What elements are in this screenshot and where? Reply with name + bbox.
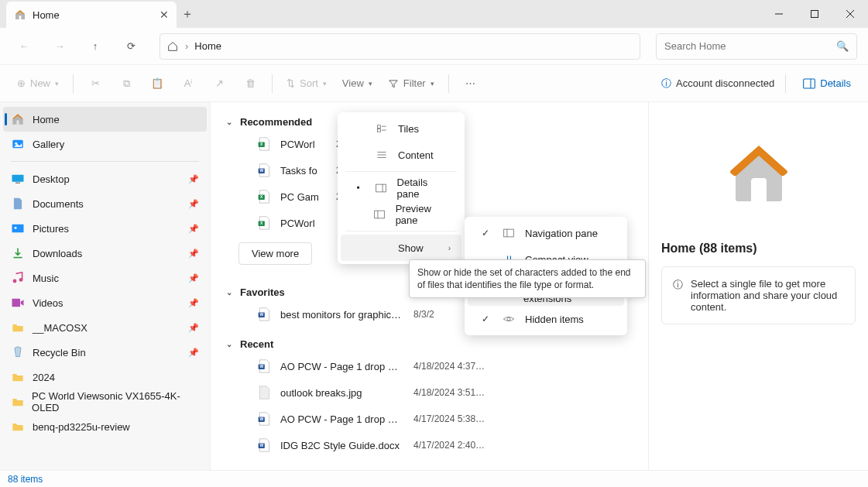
search-box[interactable]: 🔍 [656, 33, 857, 60]
sidebar-item-label: Downloads [33, 248, 82, 259]
paste-button[interactable]: 📋 [143, 70, 171, 97]
navigation-pane-icon [502, 228, 516, 238]
up-button[interactable]: ↑ [82, 33, 108, 60]
minimize-button[interactable] [761, 0, 797, 28]
home-icon [14, 9, 26, 21]
menu-label: Details pane [397, 177, 451, 200]
pictures-icon [11, 221, 25, 235]
info-icon: ⓘ [673, 278, 683, 313]
file-row[interactable]: WAO PCW - Page 1 drop Sel…4/17/2024 5:38… [211, 406, 648, 432]
menu-label: Preview pane [396, 203, 451, 226]
navbar: ← → ↑ ⟳ › Home 🔍 [0, 28, 868, 65]
tab-close-button[interactable]: ✕ [160, 9, 169, 21]
section-header[interactable]: ⌄ Recent [211, 335, 648, 353]
forward-button[interactable]: → [46, 33, 73, 60]
sidebar-item-label: Music [33, 273, 59, 284]
sidebar-item-gallery[interactable]: Gallery [3, 132, 207, 156]
section-title: Recommended [240, 116, 312, 128]
sidebar-divider [11, 161, 199, 162]
sidebar-item-home[interactable]: Home [3, 107, 207, 132]
sidebar-item[interactable]: __MACOSX📌 [3, 315, 207, 340]
file-name: best monitors for graphics… [280, 309, 404, 321]
cut-button[interactable]: ✂ [81, 70, 109, 97]
file-row[interactable]: outlook breaks.jpg4/18/2024 3:51… [211, 379, 648, 406]
view-more-button[interactable]: View more [238, 242, 312, 265]
details-toggle[interactable]: Details [797, 70, 857, 97]
svg-rect-1 [811, 11, 818, 18]
sidebar-item-label: Desktop [33, 173, 70, 185]
sidebar-item[interactable]: Recycle Bin📌 [3, 340, 207, 365]
music-icon [11, 271, 25, 285]
sidebar-item[interactable]: Videos📌 [3, 290, 207, 315]
svg-point-11 [15, 227, 17, 229]
back-button[interactable]: ← [11, 33, 37, 60]
sidebar-item[interactable]: Desktop📌 [3, 166, 207, 191]
toolbar: ⊕New▾ ✂ ⧉ 📋 Aⁱ ↗ 🗑 ⇅Sort▾ View▾ Filter▾ … [0, 65, 868, 102]
new-button[interactable]: ⊕New▾ [11, 70, 65, 97]
copy-button[interactable]: ⧉ [112, 70, 140, 97]
file-name: outlook breaks.jpg [280, 387, 404, 399]
menu-item-tiles[interactable]: Tiles [341, 115, 461, 142]
filter-button[interactable]: Filter▾ [382, 70, 441, 97]
file-type-icon: X [257, 216, 271, 230]
new-tab-button[interactable]: ＋ [177, 6, 198, 22]
menu-item-show[interactable]: Show › [341, 235, 461, 261]
pin-icon: 📌 [188, 348, 199, 358]
svg-rect-32 [377, 125, 380, 129]
menu-item-hidden-items[interactable]: ✓ Hidden items [468, 306, 624, 332]
svg-rect-8 [12, 175, 24, 182]
sidebar-item-label: __MACOSX [33, 322, 87, 334]
search-input[interactable] [664, 40, 836, 52]
account-status[interactable]: ⓘ Account disconnected [661, 77, 774, 91]
sidebar-item[interactable]: Documents📌 [3, 191, 207, 216]
divider [272, 74, 273, 93]
file-type-icon [257, 386, 271, 400]
delete-button[interactable]: 🗑 [236, 70, 264, 97]
sidebar-item[interactable]: benq-pd3225u-review [3, 414, 207, 439]
pin-icon: 📌 [188, 298, 199, 308]
menu-item-preview-pane[interactable]: Preview pane [341, 201, 461, 228]
address-bar[interactable]: › Home [160, 33, 640, 60]
menu-item-content[interactable]: Content [341, 142, 461, 168]
svg-text:W: W [259, 417, 263, 421]
tooltip-text: Show or hide the set of characters added… [417, 267, 631, 290]
file-name: AO PCW - Page 1 drop Sel… [280, 413, 404, 425]
file-date: 4/18/2024 3:51… [413, 387, 499, 398]
details-pane: Home (88 items) ⓘ Select a single file t… [648, 102, 868, 470]
sidebar-item-label: 2024 [33, 372, 55, 383]
refresh-button[interactable]: ⟳ [118, 33, 144, 60]
file-row[interactable]: WAO PCW - Page 1 drop Sel…4/18/2024 4:37… [211, 353, 648, 379]
menu-item-navigation-pane[interactable]: ✓ Navigation pane [468, 220, 624, 246]
menu-item-details-pane[interactable]: • Details pane [341, 175, 461, 201]
recycle-icon [11, 345, 25, 359]
chevron-down-icon: ⌄ [226, 118, 232, 126]
sort-button[interactable]: ⇅Sort▾ [280, 70, 333, 97]
downloads-icon [11, 246, 25, 260]
sidebar-item[interactable]: Music📌 [3, 266, 207, 290]
sidebar-item[interactable]: Downloads📌 [3, 241, 207, 266]
svg-rect-10 [12, 225, 24, 233]
file-type-icon: W [257, 163, 271, 177]
chevron-down-icon: ⌄ [226, 340, 232, 348]
menu-label: Tiles [398, 123, 419, 135]
home-icon [11, 112, 25, 126]
rename-button[interactable]: Aⁱ [174, 70, 202, 97]
share-button[interactable]: ↗ [205, 70, 233, 97]
browser-tab[interactable]: Home ✕ [6, 2, 177, 28]
svg-text:W: W [259, 444, 263, 448]
details-tip-text: Select a single file to get more informa… [691, 278, 844, 313]
view-button[interactable]: View▾ [336, 70, 379, 97]
file-type-icon: X [257, 190, 271, 204]
sidebar-item-label: benq-pd3225u-review [33, 421, 130, 433]
sidebar-item[interactable]: Pictures📌 [3, 216, 207, 241]
close-window-button[interactable] [832, 0, 868, 28]
more-button[interactable]: ⋯ [457, 70, 485, 97]
maximize-button[interactable] [797, 0, 832, 28]
section-recent: ⌄ Recent WAO PCW - Page 1 drop Sel…4/18/… [211, 335, 648, 458]
sidebar-item[interactable]: 2024 [3, 365, 207, 389]
section-title: Favorites [240, 286, 285, 298]
pin-icon: 📌 [188, 199, 199, 209]
file-row[interactable]: WIDG B2C Style Guide.docx4/17/2024 2:40… [211, 432, 648, 458]
tooltip: Show or hide the set of characters added… [409, 259, 646, 298]
sidebar-item[interactable]: PC World Viewsonic VX1655-4K-OLED [3, 389, 207, 414]
